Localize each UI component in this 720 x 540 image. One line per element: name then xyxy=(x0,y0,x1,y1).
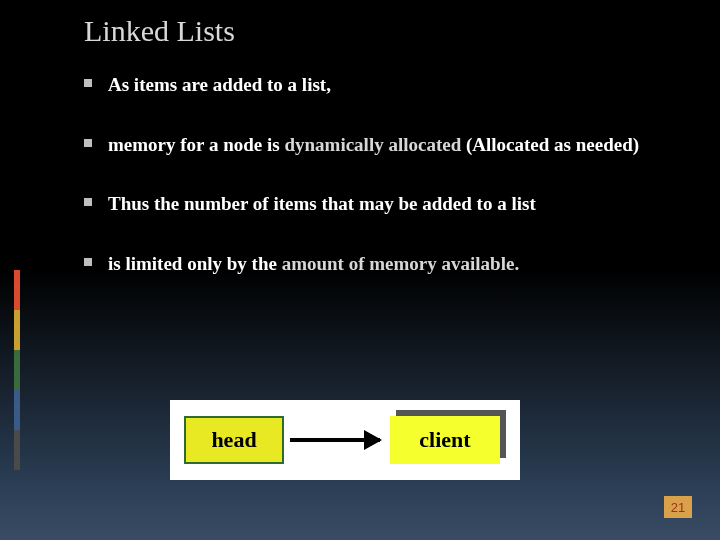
bullet-text: memory for a node is xyxy=(108,134,284,155)
slide-title: Linked Lists xyxy=(84,14,235,48)
bullet-item: memory for a node is dynamically allocat… xyxy=(84,132,674,158)
bullet-text: is limited only by the xyxy=(108,253,282,274)
page-number: 21 xyxy=(664,496,692,518)
bullet-list: As items are added to a list, memory for… xyxy=(84,72,674,311)
bullet-highlight: amount of memory available. xyxy=(282,253,519,274)
arrow-icon xyxy=(290,438,380,442)
bullet-text: (Allocated as needed) xyxy=(466,134,639,155)
left-accent-bar xyxy=(14,270,20,470)
linked-list-diagram: head client xyxy=(170,400,520,480)
diagram-client-box: client xyxy=(390,416,500,464)
bullet-item: Thus the number of items that may be add… xyxy=(84,191,674,217)
bullet-item: As items are added to a list, xyxy=(84,72,674,98)
slide: Linked Lists As items are added to a lis… xyxy=(0,0,720,540)
bullet-text: As items are added to a list, xyxy=(108,74,331,95)
diagram-head-box: head xyxy=(184,416,284,464)
bullet-text: Thus the number of items that may be add… xyxy=(108,193,536,214)
bullet-item: is limited only by the amount of memory … xyxy=(84,251,674,277)
bullet-highlight: dynamically allocated xyxy=(284,134,466,155)
